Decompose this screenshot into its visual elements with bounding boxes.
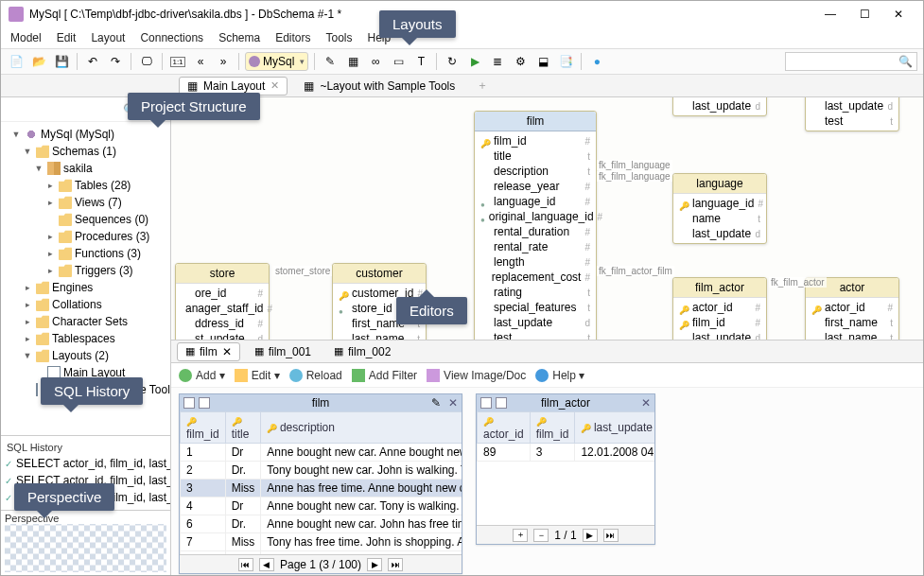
tree-layouts[interactable]: ▼Layouts (2) (3, 347, 168, 364)
column-header[interactable]: title (225, 412, 261, 444)
table-column[interactable]: actor_id# (673, 300, 766, 315)
tree-triggers[interactable]: ▸Triggers (3) (3, 262, 168, 279)
perspective-minimap[interactable] (5, 524, 166, 572)
sql-history-row[interactable]: ✓SELECT actor_id, film_id, last_update… (1, 455, 170, 472)
table-row[interactable]: 6Dr.Anne bought new car. John has free t… (181, 515, 462, 533)
group-icon[interactable]: ▭ (389, 52, 408, 71)
tree-charsets[interactable]: ▸Character Sets (3, 313, 168, 330)
close-button[interactable]: ✕ (881, 2, 915, 26)
add-button[interactable]: Add ▾ (179, 369, 225, 382)
table-column[interactable]: film_id# (673, 315, 766, 330)
nav-left-icon[interactable]: « (191, 52, 210, 71)
table-column[interactable]: last_namet (333, 331, 426, 340)
add-filter-button[interactable]: Add Filter (352, 369, 417, 382)
table-column[interactable]: anager_staff_id# (176, 301, 269, 316)
checkbox-icon[interactable] (183, 397, 195, 409)
page-first-button[interactable]: ⏮ (238, 558, 253, 571)
table-column[interactable]: language_id# (673, 196, 766, 211)
column-header[interactable]: actor_id (478, 412, 531, 444)
table-language[interactable]: language language_id#nametlast_updated (672, 173, 767, 244)
tree-tables[interactable]: ▸Tables (28) (3, 177, 168, 194)
table-column[interactable]: last_updated (673, 98, 766, 113)
table-column[interactable]: last_updated (673, 226, 766, 241)
page-last-button[interactable]: ⏭ (388, 558, 403, 571)
tree-collations[interactable]: ▸Collations (3, 296, 168, 313)
pencil-icon[interactable]: ✎ (321, 52, 340, 71)
table-column[interactable]: ore_id# (176, 286, 269, 301)
table-column[interactable]: descriptiont (475, 164, 596, 179)
play-icon[interactable]: ▶ (465, 52, 484, 71)
remove-row-button[interactable]: − (533, 529, 549, 542)
checkbox-icon[interactable] (480, 397, 492, 409)
toolbar-search[interactable]: 🔍 (785, 52, 917, 71)
layout-tab-sample[interactable]: ▦ ~Layout with Sample Tools (295, 77, 463, 96)
tree-db-root[interactable]: ▼MySql (MySql) (3, 126, 168, 143)
sql-icon[interactable]: ≣ (488, 52, 507, 71)
menu-model[interactable]: Model (10, 31, 42, 44)
table-column[interactable]: release_year# (475, 179, 596, 194)
save-icon[interactable]: 💾 (52, 52, 71, 71)
column-header[interactable]: film_id (181, 412, 226, 444)
info-icon[interactable]: ● (587, 52, 606, 71)
table-row[interactable]: 3MissAnne has free time. Anne bought new… (181, 480, 462, 497)
screen-icon[interactable]: 🖵 (137, 52, 156, 71)
table-column[interactable]: ddress_id# (176, 316, 269, 331)
table-column[interactable]: special_featurest (475, 300, 596, 315)
close-icon[interactable]: ✕ (641, 396, 651, 410)
table-column[interactable]: first_namet (806, 315, 898, 330)
table-column[interactable]: rental_rate# (475, 239, 596, 254)
table-row[interactable]: 7MissTony has free time. John is shoppin… (181, 533, 462, 551)
tree-schema-sakila[interactable]: ▼sakila (3, 160, 168, 177)
new-icon[interactable]: 📄 (7, 52, 26, 71)
fit-icon[interactable]: 1:1 (168, 52, 187, 71)
table-row[interactable]: 2Dr.Tony bought new car. John is walking… (181, 462, 462, 480)
table-column[interactable]: last_updated (806, 98, 898, 113)
close-icon[interactable]: ✕ (448, 396, 458, 410)
redo-icon[interactable]: ↷ (106, 52, 125, 71)
tree-schemas[interactable]: ▼Schemas (1) (3, 143, 168, 160)
tree-tablespaces[interactable]: ▸Tablespaces (3, 330, 168, 347)
table-column[interactable]: length# (475, 254, 596, 270)
table-store[interactable]: store ore_id#anager_staff_id#ddress_id#s… (175, 263, 270, 340)
link-icon[interactable]: ∞ (366, 52, 385, 71)
data-table[interactable]: actor_idfilm_idlast_update89312.01.2008 … (477, 411, 654, 462)
edit-button[interactable]: Edit ▾ (235, 369, 280, 382)
view-image-button[interactable]: View Image/Doc (427, 369, 526, 382)
menu-connections[interactable]: Connections (140, 31, 203, 44)
table-film[interactable]: film film_id#titletdescriptiontrelease_y… (474, 111, 597, 340)
close-icon[interactable]: ✕ (222, 345, 232, 358)
data-table[interactable]: film_idtitledescription1DrAnne bought ne… (180, 411, 462, 554)
table-column[interactable]: last_namet (806, 330, 898, 340)
minimize-button[interactable]: — (813, 2, 847, 26)
add-row-button[interactable]: ＋ (513, 529, 528, 542)
undo-icon[interactable]: ↶ (83, 52, 102, 71)
table-icon[interactable]: ▦ (343, 52, 362, 71)
table-fragment[interactable]: category_id#last_updated (672, 97, 767, 116)
table-column[interactable]: last_updated (673, 330, 766, 340)
tree-sequences[interactable]: Sequences (0) (3, 211, 168, 228)
table-column[interactable]: titlet (475, 148, 596, 164)
column-header[interactable]: last_update (575, 412, 654, 444)
table-column[interactable]: st_updated (176, 331, 269, 340)
sync-icon[interactable]: ↻ (443, 52, 462, 71)
page-next-button[interactable]: ▶ (367, 558, 382, 571)
menu-layout[interactable]: Layout (91, 31, 125, 44)
table-film-actor[interactable]: film_actor actor_id#film_id#last_updated (672, 277, 767, 340)
column-header[interactable]: film_id (530, 412, 575, 444)
table-column[interactable]: last_updated (475, 315, 596, 330)
table-column[interactable]: film_id# (475, 133, 596, 148)
open-icon[interactable]: 📂 (29, 52, 48, 71)
maximize-button[interactable]: ☐ (847, 2, 881, 26)
nav-right-icon[interactable]: » (214, 52, 233, 71)
table-row[interactable]: 89312.01.2008 04:01: (478, 444, 655, 462)
menu-tools[interactable]: Tools (326, 31, 353, 44)
table-column[interactable]: ratingt (475, 285, 596, 300)
menu-editors[interactable]: Editors (275, 31, 310, 44)
table-column[interactable]: rental_duration# (475, 224, 596, 239)
checkbox-icon[interactable] (199, 397, 210, 409)
page-prev-button[interactable]: ◀ (259, 558, 274, 571)
table-column[interactable]: language_id# (475, 194, 596, 209)
db-selector[interactable]: MySql (245, 52, 308, 71)
edit-icon[interactable]: ✎ (431, 396, 441, 410)
doc-icon[interactable]: 📑 (556, 52, 575, 71)
